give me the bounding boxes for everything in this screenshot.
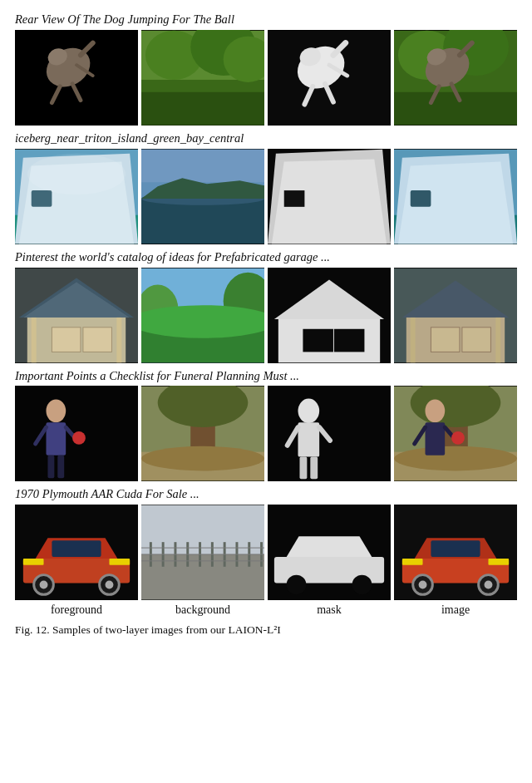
svg-rect-89: [298, 423, 320, 457]
svg-point-103: [451, 431, 465, 445]
page: Rear View Of The Dog Jumping For The Bal…: [0, 0, 532, 647]
svg-point-81: [72, 431, 86, 445]
row4-cell3: [268, 386, 391, 481]
svg-rect-116: [141, 505, 264, 554]
svg-rect-43: [284, 190, 305, 207]
svg-point-75: [46, 400, 66, 423]
row1-label: Rear View Of The Dog Jumping For The Bal…: [15, 12, 517, 27]
col-label-image: image: [394, 603, 517, 617]
svg-rect-113: [109, 559, 130, 565]
svg-rect-65: [303, 328, 333, 352]
row3-images: [15, 268, 517, 363]
svg-point-110: [106, 581, 114, 589]
row1-cell1: [15, 30, 138, 126]
svg-point-97: [394, 446, 517, 471]
fig-caption: Fig. 12. Samples of two-layer images fro…: [15, 622, 517, 638]
col-label-foreground: foreground: [15, 603, 138, 617]
svg-point-34: [27, 153, 126, 194]
row3-label: Pinterest the world's catalog of ideas f…: [15, 249, 517, 265]
row1-cell3: [268, 30, 391, 126]
svg-rect-73: [495, 317, 500, 362]
row3-cell1: [15, 268, 138, 363]
svg-rect-87: [268, 387, 391, 480]
svg-point-61: [141, 305, 264, 337]
row4-images: [15, 386, 517, 481]
row2-cell1: [15, 149, 138, 244]
svg-rect-70: [431, 327, 460, 352]
svg-rect-23: [394, 92, 517, 125]
svg-rect-12: [141, 92, 264, 125]
svg-rect-72: [411, 317, 416, 362]
row2-images: [15, 149, 517, 244]
row3-cell3: [268, 268, 391, 363]
row1-cell4: [394, 30, 517, 126]
row4-cell2: [141, 386, 264, 481]
row4-cell4: [394, 386, 517, 481]
svg-point-141: [485, 581, 493, 589]
svg-rect-38: [141, 149, 264, 181]
row5-cell2: [141, 505, 264, 600]
row5-cell1: [15, 505, 138, 600]
svg-rect-142: [431, 540, 480, 557]
row2-cell4: [394, 149, 517, 244]
svg-rect-76: [46, 423, 66, 456]
svg-rect-92: [299, 457, 307, 480]
svg-point-88: [298, 399, 320, 424]
row4-cell1: [15, 386, 138, 481]
svg-rect-55: [116, 317, 121, 362]
svg-rect-36: [141, 199, 264, 244]
svg-rect-79: [47, 456, 54, 479]
svg-rect-111: [52, 540, 101, 557]
col-label-background: background: [141, 603, 264, 617]
svg-rect-52: [52, 327, 81, 352]
row5-images: [15, 505, 517, 600]
row5-cell4: [394, 505, 517, 600]
column-labels: foreground background mask image: [15, 603, 517, 617]
svg-point-99: [425, 400, 445, 423]
row1-cell2: [141, 30, 264, 126]
svg-point-139: [419, 581, 427, 589]
row1-images: [15, 30, 517, 126]
svg-rect-53: [83, 327, 112, 352]
svg-point-108: [40, 581, 48, 589]
svg-marker-132: [287, 536, 372, 557]
svg-point-134: [352, 575, 372, 595]
row5-cell3: [268, 505, 391, 600]
row2-cell2: [141, 149, 264, 244]
row5-label: 1970 Plymouth AAR Cuda For Sale ...: [15, 486, 517, 502]
svg-rect-100: [425, 423, 445, 456]
svg-rect-54: [32, 317, 37, 362]
svg-point-85: [141, 446, 264, 471]
svg-rect-112: [23, 559, 44, 565]
svg-rect-144: [488, 559, 509, 565]
row3-cell2: [141, 268, 264, 363]
row3-cell4: [394, 268, 517, 363]
svg-rect-80: [57, 456, 64, 479]
svg-rect-48: [411, 190, 431, 207]
svg-rect-143: [402, 559, 423, 565]
svg-rect-33: [32, 190, 52, 207]
row4-label: Important Points a Checklist for Funeral…: [15, 368, 517, 384]
svg-point-133: [287, 575, 307, 595]
row2-cell3: [268, 149, 391, 244]
col-label-mask: mask: [268, 603, 391, 617]
svg-rect-71: [462, 327, 491, 352]
svg-rect-93: [310, 457, 318, 480]
row2-label: iceberg_near_triton_island_green_bay_cen…: [15, 130, 517, 146]
svg-rect-66: [334, 328, 365, 352]
